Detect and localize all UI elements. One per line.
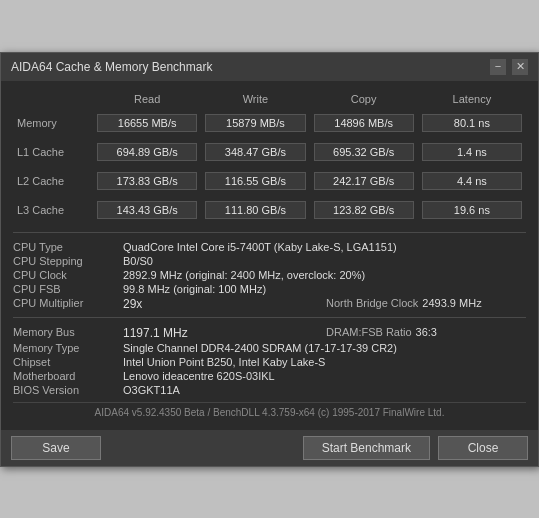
dram-fsb-value: 36:3 xyxy=(416,326,437,338)
main-window: AIDA64 Cache & Memory Benchmark − ✕ Read… xyxy=(0,52,539,467)
bios-value: O3GKT11A xyxy=(123,384,526,396)
memory-type-row: Memory Type Single Channel DDR4-2400 SDR… xyxy=(13,342,526,354)
window-controls: − ✕ xyxy=(490,59,528,75)
cpu-stepping-label: CPU Stepping xyxy=(13,255,123,267)
col-header-write: Write xyxy=(201,91,309,111)
row-label: L1 Cache xyxy=(13,135,93,164)
row-latency: 19.6 ns xyxy=(418,193,526,222)
table-row: L2 Cache 173.83 GB/s 116.55 GB/s 242.17 … xyxy=(13,164,526,193)
motherboard-value: Lenovo ideacentre 620S-03IKL xyxy=(123,370,526,382)
row-copy: 14896 MB/s xyxy=(310,111,418,135)
cpu-clock-value: 2892.9 MHz (original: 2400 MHz, overcloc… xyxy=(123,269,526,281)
table-row: Memory 16655 MB/s 15879 MB/s 14896 MB/s … xyxy=(13,111,526,135)
close-button[interactable]: ✕ xyxy=(512,59,528,75)
cpu-stepping-row: CPU Stepping B0/S0 xyxy=(13,255,526,267)
memory-bus-value: 1197.1 MHz xyxy=(123,326,326,340)
row-copy: 123.82 GB/s xyxy=(310,193,418,222)
footer-text: AIDA64 v5.92.4350 Beta / BenchDLL 4.3.75… xyxy=(13,402,526,424)
memory-info-section: Memory Bus 1197.1 MHz DRAM:FSB Ratio 36:… xyxy=(13,317,526,396)
close-button-bottom[interactable]: Close xyxy=(438,436,528,460)
chipset-label: Chipset xyxy=(13,356,123,368)
row-read: 143.43 GB/s xyxy=(93,193,201,222)
col-header-read: Read xyxy=(93,91,201,111)
benchmark-button[interactable]: Start Benchmark xyxy=(303,436,430,460)
memory-type-label: Memory Type xyxy=(13,342,123,354)
table-row: L1 Cache 694.89 GB/s 348.47 GB/s 695.32 … xyxy=(13,135,526,164)
cpu-info-section: CPU Type QuadCore Intel Core i5-7400T (K… xyxy=(13,232,526,311)
bottom-bar-right: Start Benchmark Close xyxy=(303,436,528,460)
cpu-fsb-value: 99.8 MHz (original: 100 MHz) xyxy=(123,283,526,295)
row-copy: 695.32 GB/s xyxy=(310,135,418,164)
cpu-clock-row: CPU Clock 2892.9 MHz (original: 2400 MHz… xyxy=(13,269,526,281)
row-write: 111.80 GB/s xyxy=(201,193,309,222)
save-button[interactable]: Save xyxy=(11,436,101,460)
motherboard-label: Motherboard xyxy=(13,370,123,382)
col-header-latency: Latency xyxy=(418,91,526,111)
cpu-fsb-row: CPU FSB 99.8 MHz (original: 100 MHz) xyxy=(13,283,526,295)
benchmark-table: Read Write Copy Latency Memory 16655 MB/… xyxy=(13,91,526,222)
window-title: AIDA64 Cache & Memory Benchmark xyxy=(11,60,212,74)
bios-row: BIOS Version O3GKT11A xyxy=(13,384,526,396)
minimize-button[interactable]: − xyxy=(490,59,506,75)
chipset-row: Chipset Intel Union Point B250, Intel Ka… xyxy=(13,356,526,368)
row-read: 16655 MB/s xyxy=(93,111,201,135)
main-content: Read Write Copy Latency Memory 16655 MB/… xyxy=(1,81,538,430)
memory-type-value: Single Channel DDR4-2400 SDRAM (17-17-17… xyxy=(123,342,526,354)
row-copy: 242.17 GB/s xyxy=(310,164,418,193)
row-label: L2 Cache xyxy=(13,164,93,193)
row-write: 116.55 GB/s xyxy=(201,164,309,193)
cpu-multiplier-row: CPU Multiplier 29x North Bridge Clock 24… xyxy=(13,297,526,311)
row-read: 173.83 GB/s xyxy=(93,164,201,193)
cpu-multiplier-value: 29x xyxy=(123,297,326,311)
row-write: 15879 MB/s xyxy=(201,111,309,135)
bottom-bar-left: Save xyxy=(11,436,101,460)
table-header-row: Read Write Copy Latency xyxy=(13,91,526,111)
cpu-multiplier-label: CPU Multiplier xyxy=(13,297,123,311)
table-row: L3 Cache 143.43 GB/s 111.80 GB/s 123.82 … xyxy=(13,193,526,222)
bottom-bar: Save Start Benchmark Close xyxy=(1,430,538,466)
row-write: 348.47 GB/s xyxy=(201,135,309,164)
cpu-type-row: CPU Type QuadCore Intel Core i5-7400T (K… xyxy=(13,241,526,253)
memory-bus-label: Memory Bus xyxy=(13,326,123,340)
memory-bus-row: Memory Bus 1197.1 MHz DRAM:FSB Ratio 36:… xyxy=(13,326,526,340)
row-label: Memory xyxy=(13,111,93,135)
chipset-value: Intel Union Point B250, Intel Kaby Lake-… xyxy=(123,356,526,368)
title-bar: AIDA64 Cache & Memory Benchmark − ✕ xyxy=(1,53,538,81)
cpu-type-label: CPU Type xyxy=(13,241,123,253)
row-read: 694.89 GB/s xyxy=(93,135,201,164)
north-bridge-value: 2493.9 MHz xyxy=(422,297,481,309)
row-latency: 1.4 ns xyxy=(418,135,526,164)
dram-fsb-label: DRAM:FSB Ratio xyxy=(326,326,412,338)
cpu-stepping-value: B0/S0 xyxy=(123,255,526,267)
cpu-fsb-label: CPU FSB xyxy=(13,283,123,295)
col-header-label xyxy=(13,91,93,111)
cpu-clock-label: CPU Clock xyxy=(13,269,123,281)
row-latency: 80.1 ns xyxy=(418,111,526,135)
motherboard-row: Motherboard Lenovo ideacentre 620S-03IKL xyxy=(13,370,526,382)
cpu-type-value: QuadCore Intel Core i5-7400T (Kaby Lake-… xyxy=(123,241,526,253)
row-latency: 4.4 ns xyxy=(418,164,526,193)
bios-label: BIOS Version xyxy=(13,384,123,396)
col-header-copy: Copy xyxy=(310,91,418,111)
north-bridge-label: North Bridge Clock xyxy=(326,297,418,309)
row-label: L3 Cache xyxy=(13,193,93,222)
